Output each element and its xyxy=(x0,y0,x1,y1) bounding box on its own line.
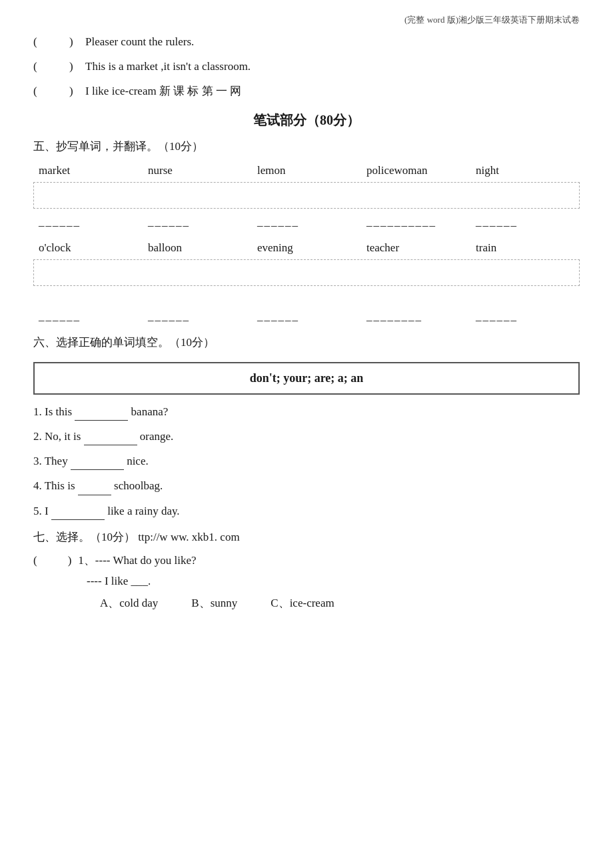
q3-blank[interactable] xyxy=(71,458,124,470)
section5-row1-words: market nurse lemon policewoman night xyxy=(33,161,580,179)
blank-3 xyxy=(49,82,69,100)
blank-evening: ______ xyxy=(252,307,361,325)
option-b[interactable]: B、sunny xyxy=(191,594,237,612)
word-night: night xyxy=(470,161,580,179)
option-c[interactable]: C、ice-cream xyxy=(271,594,334,612)
blank-nurse: ______ xyxy=(143,213,252,231)
q5-rest: like a rainy day. xyxy=(107,505,179,517)
document-title: (完整 word 版)湘少版三年级英语下册期末试卷 xyxy=(33,13,580,27)
copy-box-row1[interactable] xyxy=(33,182,580,209)
q3-text: They xyxy=(45,455,68,467)
sentence-text-3: I like ice-cream 新 课 标 第 一 网 xyxy=(85,82,241,100)
s7-q1-answer: ---- I like ___. xyxy=(33,572,580,590)
section5-row2-words: o'clock balloon evening teacher train xyxy=(33,239,580,257)
section6-q5: 5. I like a rainy day. xyxy=(33,502,580,520)
blank-lemon: ______ xyxy=(252,213,361,231)
section7-q1-row: ( ) 1、 ---- What do you like? xyxy=(33,551,580,569)
blank-oclock: ______ xyxy=(33,307,143,325)
section7-title: 七、选择。（10分） ttp://w ww. xkb1. com xyxy=(33,528,580,546)
section6-q3: 3. They nice. xyxy=(33,452,580,470)
section5-row1-blanks: ______ ______ ______ __________ ______ xyxy=(33,213,580,231)
blank-teacher: ________ xyxy=(361,307,470,325)
s7-q1-num: 1、 xyxy=(78,551,95,569)
blank-policewoman: __________ xyxy=(361,213,470,231)
q1-blank[interactable] xyxy=(75,409,128,421)
blank-balloon: ______ xyxy=(143,307,252,325)
blank-1 xyxy=(49,33,69,51)
q3-rest: nice. xyxy=(127,455,149,467)
sentence-text-2: This is a market ,it isn't a classroom. xyxy=(85,57,251,75)
q4-text: This is xyxy=(45,479,78,492)
copy-box-row2[interactable] xyxy=(33,259,580,286)
s7-q1-paren-open: ( xyxy=(33,551,37,569)
section6-q1: 1. Is this banana? xyxy=(33,403,580,421)
s7-q1-options: A、cold day B、sunny C、ice-cream xyxy=(33,594,580,612)
q5-text: I xyxy=(45,505,51,517)
word-train: train xyxy=(470,239,580,257)
section5-row2-blanks: ______ ______ ______ ________ ______ xyxy=(33,307,580,325)
word-balloon: balloon xyxy=(143,239,252,257)
writing-section-title: 笔试部分（80分） xyxy=(33,109,580,131)
section6-title: 六、选择正确的单词填空。（10分） xyxy=(33,333,580,351)
sentence-text-1: Pleaser count the rulers. xyxy=(85,33,194,51)
word-teacher: teacher xyxy=(361,239,470,257)
q5-num: 5. xyxy=(33,505,42,517)
q5-blank[interactable] xyxy=(51,508,105,520)
word-policewoman: policewoman xyxy=(361,161,470,179)
q2-text: No, it is xyxy=(45,430,84,443)
word-evening: evening xyxy=(252,239,361,257)
section5-title: 五、抄写单词，并翻译。（10分） xyxy=(33,137,580,155)
section6-wordbank: don't; your; are; a; an xyxy=(33,362,580,395)
paren-open-1: ( xyxy=(33,33,47,51)
q2-num: 2. xyxy=(33,430,42,443)
paren-open-3: ( xyxy=(33,82,47,100)
word-oclock: o'clock xyxy=(33,239,143,257)
q4-blank[interactable] xyxy=(78,483,111,495)
word-nurse: nurse xyxy=(143,161,252,179)
paren-close-2: ) xyxy=(69,57,79,75)
section6-q2: 2. No, it is orange. xyxy=(33,427,580,445)
paren-close-1: ) xyxy=(69,33,79,51)
q2-rest: orange. xyxy=(140,430,174,443)
option-a[interactable]: A、cold day xyxy=(100,594,158,612)
s7-q1-paren-close: ) xyxy=(68,551,72,569)
blank-2 xyxy=(49,57,69,75)
paren-open-2: ( xyxy=(33,57,47,75)
sentence-3: ( ) I like ice-cream 新 课 标 第 一 网 xyxy=(33,82,580,100)
q2-blank[interactable] xyxy=(84,433,137,445)
paren-close-3: ) xyxy=(69,82,79,100)
blank-train: ______ xyxy=(470,307,580,325)
s7-q1-blank xyxy=(41,551,68,569)
q4-rest: schoolbag. xyxy=(114,479,163,492)
q4-num: 4. xyxy=(33,479,42,492)
s7-q1-question: ---- What do you like? xyxy=(95,551,197,569)
blank-night: ______ xyxy=(470,213,580,231)
q1-text: Is this xyxy=(45,405,75,418)
sentence-1: ( ) Pleaser count the rulers. xyxy=(33,33,580,51)
word-market: market xyxy=(33,161,143,179)
blank-market: ______ xyxy=(33,213,143,231)
q1-num: 1. xyxy=(33,405,42,418)
sentence-2: ( ) This is a market ,it isn't a classro… xyxy=(33,57,580,75)
q3-num: 3. xyxy=(33,455,42,467)
answer-text: ---- I like ___. xyxy=(87,575,151,587)
word-lemon: lemon xyxy=(252,161,361,179)
section6-q4: 4. This is schoolbag. xyxy=(33,477,580,495)
q1-rest: banana? xyxy=(131,405,169,418)
